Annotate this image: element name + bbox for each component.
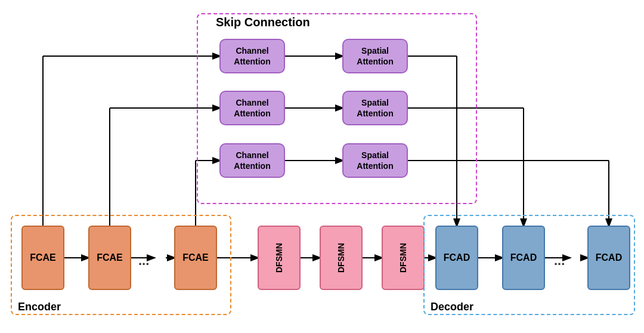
dfsmn-1: DFSMN [258,226,301,290]
spatial-attention-2: Spatial Attention [342,91,408,125]
decoder-dots: ... [554,253,565,269]
diagram: Skip Connection Channel Attention Spatia… [0,0,644,333]
dfsmn-3: DFSMN [382,226,425,290]
spatial-attention-3: Spatial Attention [342,143,408,178]
encoder-dots: ... [138,253,149,269]
dfsmn-2: DFSMN [320,226,363,290]
spatial-attention-1: Spatial Attention [342,39,408,73]
skip-connection-label: Skip Connection [216,16,310,29]
decoder-fcad-3: FCAD [587,226,630,290]
encoder-label: Encoder [18,301,61,313]
encoder-fcae-2: FCAE [88,226,131,290]
decoder-fcad-1: FCAD [435,226,478,290]
decoder-fcad-2: FCAD [502,226,545,290]
channel-attention-1: Channel Attention [219,39,285,73]
encoder-fcae-3: FCAE [174,226,217,290]
channel-attention-3: Channel Attention [219,143,285,178]
channel-attention-2: Channel Attention [219,91,285,125]
decoder-label: Decoder [431,301,473,313]
encoder-fcae-1: FCAE [21,226,64,290]
